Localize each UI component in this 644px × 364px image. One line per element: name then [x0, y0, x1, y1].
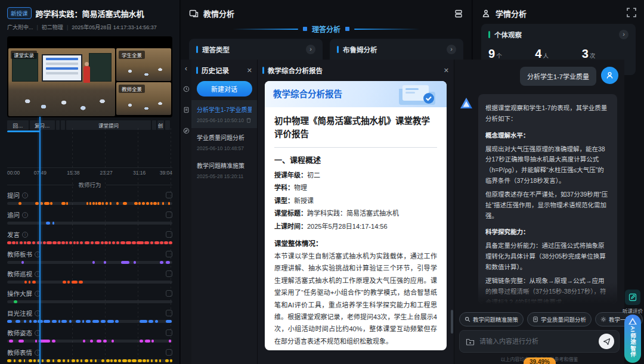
- suggestion-chip[interactable]: 学业质量问题分析: [527, 312, 592, 326]
- track-event[interactable]: [72, 359, 75, 362]
- track-event[interactable]: [145, 340, 150, 343]
- track-bar[interactable]: [7, 202, 172, 205]
- track-event[interactable]: [18, 340, 23, 343]
- track-event[interactable]: [16, 241, 18, 244]
- track-event[interactable]: [29, 320, 31, 323]
- info-icon[interactable]: i: [22, 192, 28, 198]
- track-event[interactable]: [12, 241, 16, 244]
- track-event[interactable]: [104, 241, 108, 244]
- track-event[interactable]: [112, 241, 116, 244]
- track-checkbox[interactable]: [166, 310, 172, 316]
- track-event[interactable]: [20, 241, 23, 244]
- info-icon[interactable]: i: [22, 232, 28, 238]
- close-icon[interactable]: ✕: [247, 67, 252, 74]
- track-checkbox[interactable]: [166, 329, 172, 336]
- track-event[interactable]: [57, 241, 61, 244]
- track-event[interactable]: [42, 359, 44, 362]
- track-event[interactable]: [80, 241, 83, 244]
- track-checkbox[interactable]: [166, 211, 172, 218]
- track-event[interactable]: [138, 359, 142, 362]
- track-event[interactable]: [16, 320, 20, 323]
- track-event[interactable]: [21, 261, 24, 264]
- playback-progress[interactable]: [7, 130, 40, 132]
- track-bar[interactable]: [7, 300, 172, 303]
- track-event[interactable]: [120, 241, 125, 244]
- track-bar[interactable]: [7, 359, 172, 362]
- compass-icon[interactable]: [183, 127, 190, 134]
- track-event[interactable]: [79, 281, 83, 284]
- track-event[interactable]: [98, 202, 101, 205]
- chapter-segment[interactable]: [165, 120, 170, 130]
- track-event[interactable]: [89, 202, 91, 205]
- track-event[interactable]: [72, 281, 78, 284]
- track-bar[interactable]: [7, 340, 172, 343]
- track-event[interactable]: [66, 202, 68, 205]
- chat-input[interactable]: [479, 338, 594, 345]
- track-event[interactable]: [52, 222, 54, 225]
- track-event[interactable]: [24, 241, 26, 244]
- track-checkbox[interactable]: [166, 290, 172, 297]
- track-bar[interactable]: [7, 320, 172, 323]
- track-event[interactable]: [147, 359, 149, 362]
- track-event[interactable]: [128, 359, 131, 362]
- track-event[interactable]: [160, 261, 163, 264]
- collapse-icon[interactable]: ‹: [185, 66, 187, 71]
- new-chat-button[interactable]: 新建对话: [197, 81, 252, 97]
- track-event[interactable]: [148, 320, 153, 323]
- chat-input-box[interactable]: [459, 330, 620, 353]
- track-event[interactable]: [7, 359, 11, 362]
- track-checkbox[interactable]: [166, 349, 172, 356]
- track-event[interactable]: [24, 281, 27, 284]
- track-event[interactable]: [43, 241, 47, 244]
- video-students[interactable]: 学生全景: [116, 48, 171, 81]
- track-event[interactable]: [32, 281, 36, 284]
- ai-companion-button[interactable]: AI师途智伴: [624, 315, 641, 363]
- track-event[interactable]: [47, 241, 51, 244]
- track-event[interactable]: [170, 359, 172, 362]
- fullscreen-icon[interactable]: [626, 7, 637, 18]
- track-event[interactable]: [67, 281, 70, 284]
- track-event[interactable]: [85, 359, 88, 362]
- track-event[interactable]: [110, 202, 112, 205]
- track-event[interactable]: [166, 261, 170, 264]
- track-event[interactable]: [27, 241, 31, 244]
- chapter-segment[interactable]: 课堂提问: [66, 120, 150, 130]
- track-event[interactable]: [76, 241, 78, 244]
- track-bar[interactable]: [7, 241, 172, 244]
- track-event[interactable]: [91, 241, 94, 244]
- track-bar[interactable]: [7, 222, 172, 225]
- track-bar[interactable]: [7, 261, 172, 264]
- track-event[interactable]: [83, 340, 85, 343]
- track-event[interactable]: [140, 320, 148, 323]
- track-event[interactable]: [35, 202, 39, 205]
- video-main[interactable]: 课堂实录: [8, 48, 115, 116]
- video-teacher[interactable]: 教师全景: [116, 82, 171, 115]
- track-event[interactable]: [166, 320, 172, 323]
- track-event[interactable]: [14, 359, 16, 362]
- track-event[interactable]: [126, 241, 131, 244]
- track-event[interactable]: [63, 359, 65, 362]
- chapter-segment[interactable]: [61, 120, 65, 130]
- track-event[interactable]: [69, 320, 72, 323]
- track-event[interactable]: [90, 359, 92, 362]
- track-event[interactable]: [154, 241, 159, 244]
- track-event[interactable]: [146, 202, 150, 205]
- chapter-segment[interactable]: [152, 120, 156, 130]
- track-event[interactable]: [90, 340, 94, 343]
- track-event[interactable]: [57, 359, 61, 362]
- track-event[interactable]: [101, 241, 104, 244]
- track-event[interactable]: [118, 359, 122, 362]
- track-event[interactable]: [106, 359, 110, 362]
- playhead[interactable]: [39, 117, 41, 364]
- track-event[interactable]: [24, 359, 26, 362]
- track-event[interactable]: [116, 202, 119, 205]
- track-event[interactable]: [101, 359, 105, 362]
- track-checkbox[interactable]: [166, 192, 172, 198]
- track-event[interactable]: [52, 320, 57, 323]
- layout-switch-icon[interactable]: [454, 9, 463, 18]
- track-event[interactable]: [112, 340, 114, 343]
- track-event[interactable]: [35, 340, 37, 343]
- track-event[interactable]: [33, 359, 35, 362]
- track-event[interactable]: [61, 241, 65, 244]
- chapter-segment[interactable]: 复习…: [30, 120, 55, 130]
